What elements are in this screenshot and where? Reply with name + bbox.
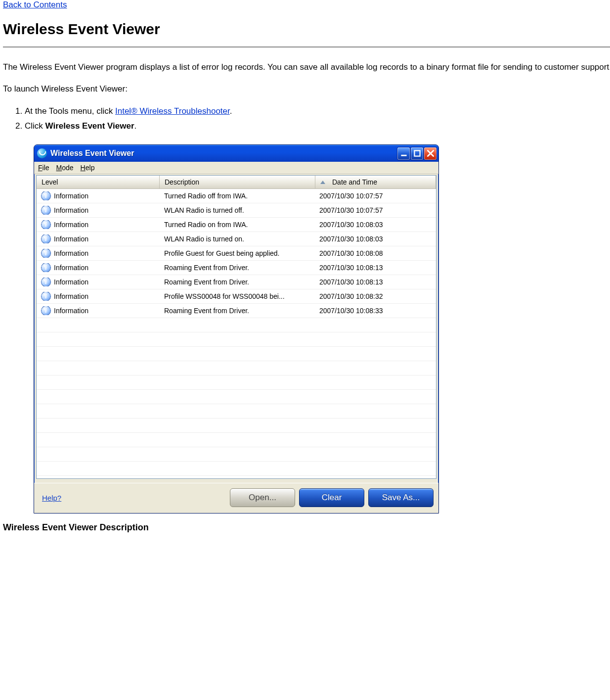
cell-level-text: Information [54, 192, 88, 200]
col-header-date[interactable]: Date and Time [315, 176, 436, 188]
table-row[interactable]: iInformationProfile Guest for Guest bein… [37, 246, 436, 261]
event-viewer-window: Wireless Event Viewer File Mode Help Lev… [34, 144, 439, 513]
step-1-pre: At the Tools menu, click [25, 106, 115, 116]
step-2-post: . [134, 121, 137, 131]
maximize-button[interactable] [411, 147, 423, 160]
cell-date: 2007/10/30 10:08:03 [314, 221, 436, 229]
close-button[interactable] [424, 147, 436, 160]
page-title: Wireless Event Viewer [3, 21, 610, 38]
cell-level: iInformation [37, 220, 159, 229]
col-header-date-label: Date and Time [332, 178, 377, 186]
cell-date: 2007/10/30 10:08:33 [314, 307, 436, 315]
cell-level-text: Information [54, 221, 88, 229]
window-title: Wireless Event Viewer [50, 149, 134, 158]
cell-date: 2007/10/30 10:08:32 [314, 292, 436, 300]
col-header-level[interactable]: Level [37, 176, 160, 188]
table-row-empty [37, 419, 436, 433]
troubleshooter-link[interactable]: Intel® Wireless Troubleshooter [115, 106, 230, 116]
menu-help[interactable]: Help [81, 164, 95, 172]
help-link[interactable]: Help? [42, 494, 61, 502]
table-row[interactable]: iInformationRoaming Event from Driver.20… [37, 304, 436, 318]
back-to-contents-link[interactable]: Back to Contents [3, 0, 67, 9]
info-icon: i [42, 278, 50, 286]
save-as-button[interactable]: Save As... [368, 488, 434, 507]
menu-mode[interactable]: Mode [56, 164, 74, 172]
step-2: Click Wireless Event Viewer. [25, 120, 610, 133]
cell-level: iInformation [37, 278, 159, 286]
info-icon: i [42, 249, 50, 258]
launch-lead: To launch Wireless Event Viewer: [3, 83, 610, 95]
step-1-post: . [230, 106, 232, 116]
intro-paragraph: The Wireless Event Viewer program displa… [3, 61, 610, 73]
cell-level-text: Information [54, 206, 88, 214]
cell-description: WLAN Radio is turned off. [159, 206, 314, 214]
maximize-icon [414, 150, 421, 157]
table-row-empty [37, 347, 436, 361]
col-header-description[interactable]: Description [160, 176, 315, 188]
step-2-pre: Click [25, 121, 45, 131]
table-row-empty [37, 318, 436, 332]
cell-level-text: Information [54, 235, 88, 243]
svg-rect-1 [414, 151, 420, 156]
info-icon: i [42, 234, 50, 243]
cell-level-text: Information [54, 307, 88, 315]
cell-level-text: Information [54, 249, 88, 257]
cell-description: Turned Radio off from IWA. [159, 192, 314, 200]
menu-file[interactable]: File [38, 164, 49, 172]
app-icon [37, 148, 47, 158]
table-row-empty [37, 332, 436, 347]
table-row[interactable]: iInformationWLAN Radio is turned off.200… [37, 203, 436, 218]
titlebar[interactable]: Wireless Event Viewer [34, 145, 438, 162]
table-row-empty [37, 447, 436, 462]
info-icon: i [42, 220, 50, 229]
step-1: At the Tools menu, click Intel® Wireless… [25, 105, 610, 118]
section-heading: Wireless Event Viewer Description [3, 522, 610, 533]
cell-description: Profile WSS00048 for WSS00048 bei... [159, 292, 314, 300]
list-header: Level Description Date and Time [37, 176, 436, 189]
menubar: File Mode Help [34, 162, 438, 174]
cell-date: 2007/10/30 10:08:13 [314, 264, 436, 272]
cell-description: Roaming Event from Driver. [159, 264, 314, 272]
cell-level-text: Information [54, 278, 88, 286]
cell-level: iInformation [37, 191, 159, 200]
cell-level: iInformation [37, 292, 159, 301]
open-button[interactable]: Open... [230, 488, 295, 507]
cell-description: Roaming Event from Driver. [159, 307, 314, 315]
cell-level: iInformation [37, 249, 159, 258]
cell-description: Profile Guest for Guest being applied. [159, 249, 314, 257]
table-row[interactable]: iInformationWLAN Radio is turned on.2007… [37, 232, 436, 246]
cell-date: 2007/10/30 10:08:08 [314, 249, 436, 257]
step-2-bold: Wireless Event Viewer [45, 121, 134, 131]
cell-level: iInformation [37, 306, 159, 315]
cell-description: WLAN Radio is turned on. [159, 235, 314, 243]
divider [3, 47, 610, 47]
cell-date: 2007/10/30 10:07:57 [314, 206, 436, 214]
table-row[interactable]: iInformationTurned Radio off from IWA.20… [37, 189, 436, 203]
clear-button[interactable]: Clear [299, 488, 364, 507]
cell-level: iInformation [37, 234, 159, 243]
cell-date: 2007/10/30 10:08:03 [314, 235, 436, 243]
cell-level: iInformation [37, 263, 159, 272]
table-row-empty [37, 361, 436, 375]
table-row[interactable]: iInformationProfile WSS00048 for WSS0004… [37, 289, 436, 304]
table-row-empty [37, 390, 436, 404]
info-icon: i [42, 263, 50, 272]
info-icon: i [42, 206, 50, 215]
minimize-button[interactable] [397, 147, 410, 160]
cell-level: iInformation [37, 206, 159, 215]
table-row[interactable]: iInformationRoaming Event from Driver.20… [37, 275, 436, 289]
minimize-icon [400, 150, 407, 157]
table-row[interactable]: iInformationRoaming Event from Driver.20… [37, 261, 436, 275]
cell-level-text: Information [54, 292, 88, 300]
sort-ascending-icon [320, 181, 325, 184]
event-list[interactable]: Level Description Date and Time iInforma… [36, 175, 436, 479]
window-footer: Help? Open... Clear Save As... [34, 483, 438, 513]
table-row-empty [37, 433, 436, 447]
cell-level-text: Information [54, 264, 88, 272]
table-row-empty [37, 375, 436, 390]
info-icon: i [42, 306, 50, 315]
cell-date: 2007/10/30 10:07:57 [314, 192, 436, 200]
table-row-empty [37, 404, 436, 419]
info-icon: i [42, 292, 50, 301]
table-row[interactable]: iInformationTurned Radio on from IWA.200… [37, 218, 436, 232]
